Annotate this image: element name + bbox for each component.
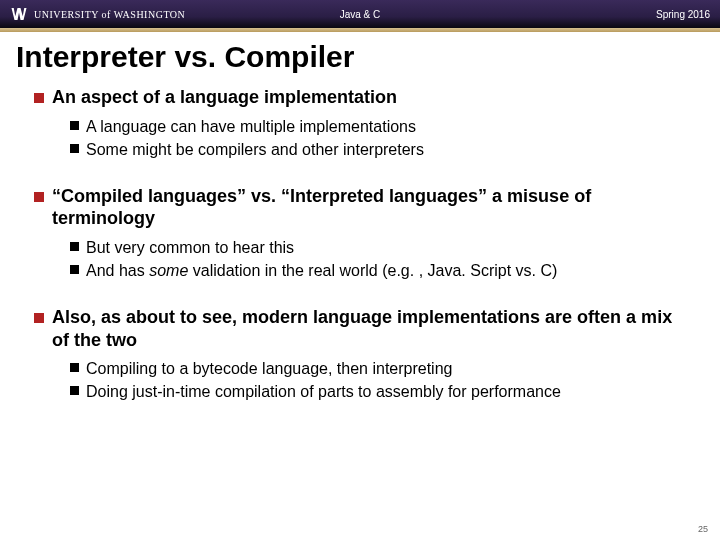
- bullet-2: Also, as about to see, modern language i…: [34, 306, 686, 351]
- bullet-1-subs: But very common to hear this And has som…: [34, 236, 686, 282]
- sub-em: some: [149, 262, 188, 279]
- list-item: A language can have multiple implementat…: [70, 115, 686, 138]
- slide-content: An aspect of a language implementation A…: [0, 86, 720, 404]
- list-item: Compiling to a bytecode language, then i…: [70, 357, 686, 380]
- term-label: Spring 2016: [656, 9, 710, 20]
- list-item: Doing just-in-time compilation of parts …: [70, 380, 686, 403]
- bullet-2-subs: Compiling to a bytecode language, then i…: [34, 357, 686, 403]
- page-number: 25: [698, 524, 708, 534]
- sub-prefix: And has: [86, 262, 149, 279]
- course-label: Java & C: [340, 9, 381, 20]
- sub-suffix: validation in the real world (e.g. , Jav…: [188, 262, 557, 279]
- bullet-0-subs: A language can have multiple implementat…: [34, 115, 686, 161]
- slide-title: Interpreter vs. Compiler: [0, 32, 720, 86]
- slide-header: UNIVERSITY of WASHINGTON Java & C Spring…: [0, 0, 720, 28]
- university-name: UNIVERSITY of WASHINGTON: [34, 9, 185, 20]
- bullet-1: “Compiled languages” vs. “Interpreted la…: [34, 185, 686, 230]
- university-logo: UNIVERSITY of WASHINGTON: [10, 5, 185, 23]
- list-item: And has some validation in the real worl…: [70, 259, 686, 282]
- uw-w-icon: [10, 5, 28, 23]
- bullet-0: An aspect of a language implementation: [34, 86, 686, 109]
- list-item: Some might be compilers and other interp…: [70, 138, 686, 161]
- list-item: But very common to hear this: [70, 236, 686, 259]
